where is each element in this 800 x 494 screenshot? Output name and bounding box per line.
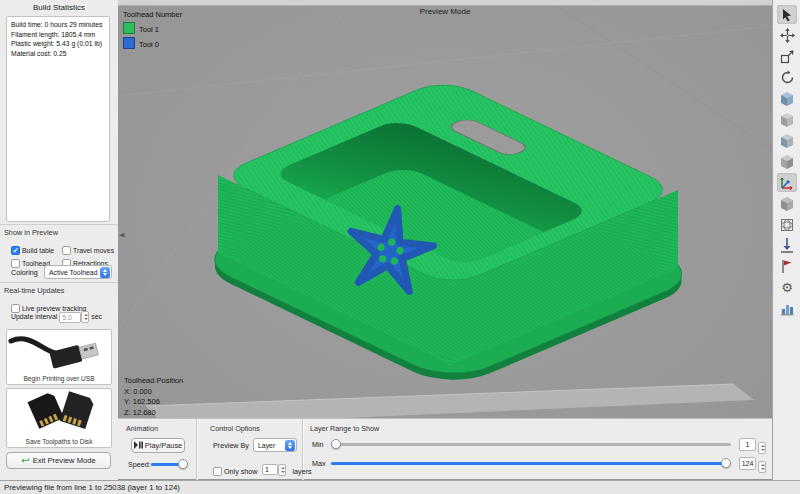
back-arrow-icon: ↩ [21, 455, 29, 466]
play-pause-icon [134, 441, 143, 449]
coloring-value: Active Toolhead [49, 269, 98, 276]
min-value-box[interactable]: 1 [739, 438, 756, 451]
exit-button-label: Exit Preview Mode [33, 456, 96, 465]
speed-label: Speed: [128, 460, 151, 469]
play-pause-label: Play/Pause [145, 441, 182, 450]
view-cube-front-icon[interactable] [777, 110, 797, 129]
stat-build-time: Build time: 0 hours 29 minutes [11, 20, 109, 30]
build-statistics-box: Build time: 0 hours 29 minutes Filament … [6, 16, 110, 222]
drop-model-icon[interactable] [777, 236, 797, 255]
only-show-stepper[interactable] [278, 464, 286, 476]
preview-mode-title: Preview Mode [118, 7, 772, 16]
cursor-icon[interactable] [777, 5, 797, 24]
update-interval-row: Update interval 5.0 sec [11, 311, 102, 323]
tool1-label: Tool 1 [139, 25, 159, 34]
pan-icon[interactable] [777, 26, 797, 45]
save-toolpaths-button[interactable]: Save Toolpaths to Disk [6, 388, 112, 448]
scale-icon[interactable] [777, 47, 797, 66]
tool1-swatch [123, 22, 135, 34]
max-slider-thumb[interactable] [721, 458, 731, 468]
realtime-updates-header: Real-time Updates [0, 282, 118, 295]
only-show-label: Only show [224, 467, 258, 476]
toolhead-checkbox[interactable] [11, 259, 20, 268]
speed-slider[interactable] [151, 463, 187, 466]
toolhead-position-title: Toolhead Position [124, 376, 183, 387]
viewport-3d[interactable]: Preview Mode Toolhead Number Tool 1 Tool… [118, 0, 772, 480]
model-scene [118, 0, 772, 480]
only-show-checkbox[interactable] [213, 467, 222, 476]
preview-by-label: Preview By [213, 441, 249, 450]
control-options-title: Control Options [210, 424, 260, 433]
view-cube-left-icon[interactable] [777, 131, 797, 150]
update-interval-stepper[interactable] [81, 311, 89, 323]
right-toolbar: ⚙ [772, 0, 800, 480]
coloring-label: Coloring [11, 268, 38, 277]
status-bar: Previewing file from line 1 to 25038 (la… [0, 480, 800, 494]
animation-title: Animation [126, 424, 158, 433]
stat-material-cost: Material cost: 0.25 [11, 49, 109, 59]
settings-gear-icon[interactable]: ⚙ [777, 278, 797, 297]
play-pause-button[interactable]: Play/Pause [131, 438, 185, 453]
layers-label: layers [292, 467, 311, 476]
toolhead-position-readout: Toolhead Position X: 0.000 Y: 162.506 Z:… [124, 376, 183, 418]
sd-cards-image [7, 390, 109, 434]
app-window: Build Statistics Build time: 0 hours 29 … [0, 0, 800, 494]
max-value-box[interactable]: 124 [739, 457, 756, 470]
preview-control-bar: Animation Play/Pause Speed: Control Opti… [118, 418, 772, 479]
begin-printing-usb-button[interactable]: Begin Printing over USB [6, 329, 112, 385]
usb-cable-image [7, 331, 109, 371]
tool0-label: Tool 0 [139, 40, 159, 49]
coloring-dropdown[interactable]: Active Toolhead [44, 265, 112, 279]
preview-by-value: Layer [258, 442, 275, 449]
exit-preview-mode-button[interactable]: ↩Exit Preview Mode [6, 452, 111, 469]
toolhead-legend: Toolhead Number Tool 1 Tool 0 [123, 10, 182, 49]
legend-item-tool0: Tool 0 [123, 37, 182, 49]
wireframe-view-icon[interactable] [777, 215, 797, 234]
only-show-row: Only show 1 layers [213, 460, 312, 478]
speed-slider-thumb[interactable] [178, 459, 188, 469]
legend-title: Toolhead Number [123, 10, 182, 19]
stat-filament-length: Filament length: 1805.4 mm [11, 30, 109, 40]
left-panel: Build Statistics Build time: 0 hours 29 … [0, 0, 119, 480]
panel-title: Build Statistics [0, 3, 118, 12]
stat-plastic-weight: Plastic weight: 5.43 g (0.01 lb) [11, 39, 109, 49]
max-label: Max [312, 459, 326, 468]
min-slider-thumb[interactable] [331, 439, 341, 449]
view-cube-iso-icon[interactable] [777, 89, 797, 108]
show-in-preview-header: Show in Preview [0, 224, 118, 237]
min-label: Min [312, 440, 324, 449]
min-stepper[interactable] [758, 438, 766, 456]
only-show-input[interactable]: 1 [262, 464, 278, 475]
flag-icon[interactable] [777, 257, 797, 276]
max-stepper[interactable] [758, 457, 766, 475]
update-interval-input[interactable]: 5.0 [59, 312, 81, 323]
view-cube-bottom-icon[interactable] [777, 194, 797, 213]
toolhead-y: Y: 162.506 [124, 397, 183, 408]
update-interval-label: Update interval [11, 313, 57, 320]
coordinate-axes-icon[interactable] [777, 173, 797, 192]
divider [196, 419, 198, 480]
min-slider[interactable] [331, 443, 731, 446]
layer-range-title: Layer Range to Show [310, 424, 379, 433]
max-slider[interactable] [331, 462, 731, 465]
legend-item-tool1: Tool 1 [123, 22, 182, 34]
viewport-top-strip [118, 0, 772, 6]
tool0-swatch [123, 37, 135, 49]
update-interval-unit: sec [91, 313, 102, 320]
collapse-panel-arrow-icon[interactable]: ◀ [119, 231, 124, 239]
status-text: Previewing file from line 1 to 25038 (la… [4, 483, 180, 492]
usb-button-caption: Begin Printing over USB [7, 375, 111, 382]
dropdown-arrows-icon [100, 267, 110, 278]
toolhead-x: X: 0.000 [124, 387, 183, 398]
statistics-bars-icon[interactable] [777, 299, 797, 318]
toolhead-z: Z: 12.680 [124, 408, 183, 419]
view-cube-right-icon[interactable] [777, 152, 797, 171]
preview-by-dropdown[interactable]: Layer [253, 438, 297, 452]
rotate-view-icon[interactable] [777, 68, 797, 87]
dropdown-arrows-icon [285, 440, 295, 451]
disk-button-caption: Save Toolpaths to Disk [7, 438, 111, 445]
